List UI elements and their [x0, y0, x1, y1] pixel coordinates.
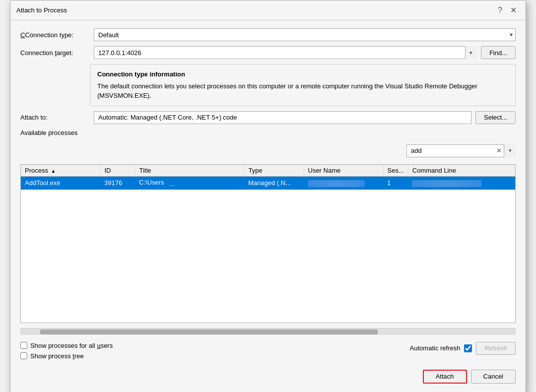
- connection-type-label: CConnection type:: [20, 31, 90, 39]
- col-header-process[interactable]: Process ▲: [21, 165, 100, 177]
- table-body: AddTool.exe 39176 C:\Users \source\repos…: [21, 176, 515, 190]
- connection-target-input-wrapper: ▾: [94, 46, 477, 59]
- col-header-title[interactable]: Title: [135, 165, 244, 177]
- checkboxes: Show processes for all users Show proces…: [20, 342, 113, 360]
- connection-type-row: CConnection type: Default: [20, 28, 516, 41]
- table-header: Process ▲ ID Title Type User Name Ses...…: [21, 165, 515, 177]
- attach-to-label: Attach to:: [20, 114, 90, 121]
- scrollbar-thumb[interactable]: [40, 329, 378, 334]
- title-bar: Attach to Process ? ✕: [10, 0, 526, 20]
- cell-title: C:\Users \source\repos\DeadL...: [135, 176, 244, 190]
- attach-to-value: Automatic: Managed (.NET Core, .NET 5+) …: [94, 111, 471, 124]
- title-bar-controls: ? ✕: [495, 4, 520, 16]
- help-button[interactable]: ?: [495, 5, 505, 16]
- select-button[interactable]: Select...: [475, 111, 516, 124]
- cell-cmdline: [408, 176, 515, 190]
- refresh-button[interactable]: Refresh: [476, 342, 516, 355]
- auto-refresh-area: Automatic refresh Refresh: [410, 342, 516, 355]
- show-process-tree-label: Show process tree: [30, 352, 84, 360]
- cell-type: Managed (.N...: [244, 176, 304, 190]
- auto-refresh-checkbox[interactable]: [464, 344, 472, 352]
- cell-id: 39176: [100, 176, 135, 190]
- show-all-users-label: Show processes for all users: [30, 342, 113, 349]
- col-header-type[interactable]: Type: [244, 165, 304, 177]
- info-title: Connection type information: [97, 69, 508, 79]
- attach-to-row: Attach to: Automatic: Managed (.NET Core…: [20, 111, 516, 124]
- attach-to-process-dialog: Attach to Process ? ✕ CConnection type: …: [10, 0, 526, 392]
- cancel-button[interactable]: Cancel: [471, 370, 516, 384]
- connection-info-box: Connection type information The default …: [90, 64, 516, 106]
- search-clear-button[interactable]: ✕: [494, 147, 504, 154]
- connection-target-row: Connection target: ▾ Find...: [20, 46, 516, 59]
- attach-button[interactable]: Attach: [423, 370, 467, 384]
- bottom-options: Show processes for all users Show proces…: [20, 342, 516, 360]
- search-dropdown-button[interactable]: ▾: [504, 144, 516, 157]
- table-header-row: Process ▲ ID Title Type User Name Ses...…: [21, 165, 515, 177]
- cell-process: AddTool.exe: [21, 176, 100, 190]
- connection-target-input[interactable]: [94, 46, 477, 59]
- auto-refresh-label: Automatic refresh: [410, 344, 461, 352]
- show-all-users-checkbox-row[interactable]: Show processes for all users: [20, 342, 113, 349]
- cell-cmdline-blurred: [412, 180, 481, 187]
- show-process-tree-checkbox[interactable]: [20, 352, 27, 359]
- connection-target-label: Connection target:: [20, 49, 90, 57]
- col-header-cmdline[interactable]: Command Line: [408, 165, 515, 177]
- process-table: Process ▲ ID Title Type User Name Ses...…: [21, 165, 515, 191]
- col-header-session[interactable]: Ses...: [383, 165, 408, 177]
- table-row[interactable]: AddTool.exe 39176 C:\Users \source\repos…: [21, 176, 515, 190]
- dialog-title: Attach to Process: [16, 6, 67, 14]
- find-button[interactable]: Find...: [481, 46, 516, 59]
- cell-session: 1: [383, 176, 408, 190]
- available-processes-label: Available processes: [20, 129, 516, 136]
- connection-target-dropdown-btn[interactable]: ▾: [465, 46, 477, 59]
- connection-type-select[interactable]: Default: [94, 28, 516, 41]
- show-all-users-checkbox[interactable]: [20, 342, 27, 349]
- close-button[interactable]: ✕: [507, 4, 520, 16]
- col-header-id[interactable]: ID: [100, 165, 135, 177]
- col-header-user[interactable]: User Name: [304, 165, 383, 177]
- show-process-tree-checkbox-row[interactable]: Show process tree: [20, 352, 113, 360]
- action-buttons: Attach Cancel: [20, 370, 516, 388]
- cell-title-blurred: [169, 181, 244, 188]
- search-row: ✕ ▾: [20, 144, 516, 157]
- dialog-content: CConnection type: Default Connection tar…: [10, 20, 526, 392]
- cell-user: [304, 176, 383, 190]
- search-wrapper: ✕ ▾: [406, 144, 516, 157]
- info-text: The default connection lets you select p…: [97, 81, 508, 101]
- connection-type-select-wrapper: Default: [94, 28, 516, 41]
- process-table-container: Process ▲ ID Title Type User Name Ses...…: [20, 164, 516, 323]
- cell-user-blurred: [308, 180, 365, 187]
- horizontal-scrollbar[interactable]: [20, 328, 516, 335]
- sort-arrow-icon: ▲: [51, 168, 56, 174]
